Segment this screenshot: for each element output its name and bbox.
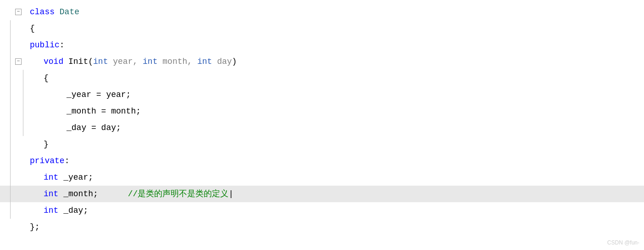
code-line-5: { xyxy=(0,70,644,86)
param-day: day xyxy=(217,55,232,68)
code-editor: − class Date { public: − void Init(int y… xyxy=(0,0,644,250)
code-line-14: }; xyxy=(0,219,644,235)
keyword-void: void xyxy=(44,55,68,68)
line-content-5: { xyxy=(25,72,644,85)
keyword-class: class xyxy=(30,6,60,19)
stmt-month: _month = month; xyxy=(67,105,141,118)
keyword-int-month: int xyxy=(44,188,63,201)
keyword-int-day: int xyxy=(44,204,63,217)
keyword-private: private xyxy=(30,154,65,168)
line-content-1: class Date xyxy=(25,6,644,19)
line-content-7: _month = month; xyxy=(25,105,644,118)
close-brace-func: } xyxy=(44,138,49,151)
keyword-public: public xyxy=(30,39,60,52)
line-content-11: int _year; xyxy=(25,171,644,184)
line-content-3: public: xyxy=(25,39,644,52)
line-content-12: int _month; //是类的声明不是类的定义| xyxy=(25,188,644,201)
keyword-int-year: int xyxy=(44,171,63,184)
class-name: Date xyxy=(60,6,79,19)
open-brace-func: { xyxy=(44,72,49,85)
param-month: month, xyxy=(162,55,197,68)
colon-private: : xyxy=(65,154,70,168)
member-day: _day; xyxy=(63,204,88,217)
line-content-6: _year = year; xyxy=(25,88,644,102)
code-line-13: int _day; xyxy=(0,202,644,219)
comment-declaration: //是类的声明不是类的定义 xyxy=(98,188,228,201)
code-line-7: _month = month; xyxy=(0,103,644,119)
line-content-4: void Init(int year, int month, int day) xyxy=(25,55,644,68)
cursor: | xyxy=(228,188,233,201)
collapse-icon-1[interactable]: − xyxy=(15,9,22,15)
watermark: CSDN @fun- xyxy=(607,239,639,247)
member-month: _month; xyxy=(63,188,98,201)
line-content-13: int _day; xyxy=(25,204,644,217)
code-line-6: _year = year; xyxy=(0,86,644,103)
stmt-year: _year = year; xyxy=(67,88,131,102)
init-func: Init( xyxy=(68,55,93,68)
code-line-10: private: xyxy=(0,153,644,169)
colon-public: : xyxy=(60,39,65,52)
line-content-10: private: xyxy=(25,154,644,168)
keyword-int-2: int xyxy=(143,55,162,68)
code-line-12: int _month; //是类的声明不是类的定义| xyxy=(0,186,644,202)
line-content-2: { xyxy=(25,22,644,35)
keyword-int-3: int xyxy=(197,55,217,68)
close-paren: ) xyxy=(232,55,237,68)
keyword-int-1: int xyxy=(93,55,113,68)
open-brace-class: { xyxy=(30,22,35,35)
code-line-1: − class Date xyxy=(0,4,644,20)
gutter-1: − xyxy=(0,9,25,15)
code-line-11: int _year; xyxy=(0,169,644,186)
line-content-14: }; xyxy=(25,221,644,234)
gutter-4: − xyxy=(0,58,25,65)
code-line-3: public: xyxy=(0,37,644,53)
code-line-2: { xyxy=(0,20,644,37)
stmt-day: _day = day; xyxy=(67,121,121,135)
collapse-icon-4[interactable]: − xyxy=(15,58,22,65)
code-line-4: − void Init(int year, int month, int day… xyxy=(0,53,644,70)
member-year: _year; xyxy=(63,171,93,184)
close-brace-class: }; xyxy=(30,221,40,234)
param-year: year, xyxy=(113,55,143,68)
code-line-9: } xyxy=(0,136,644,153)
line-content-9: } xyxy=(25,138,644,151)
code-line-8: _day = day; xyxy=(0,119,644,136)
line-content-8: _day = day; xyxy=(25,121,644,135)
